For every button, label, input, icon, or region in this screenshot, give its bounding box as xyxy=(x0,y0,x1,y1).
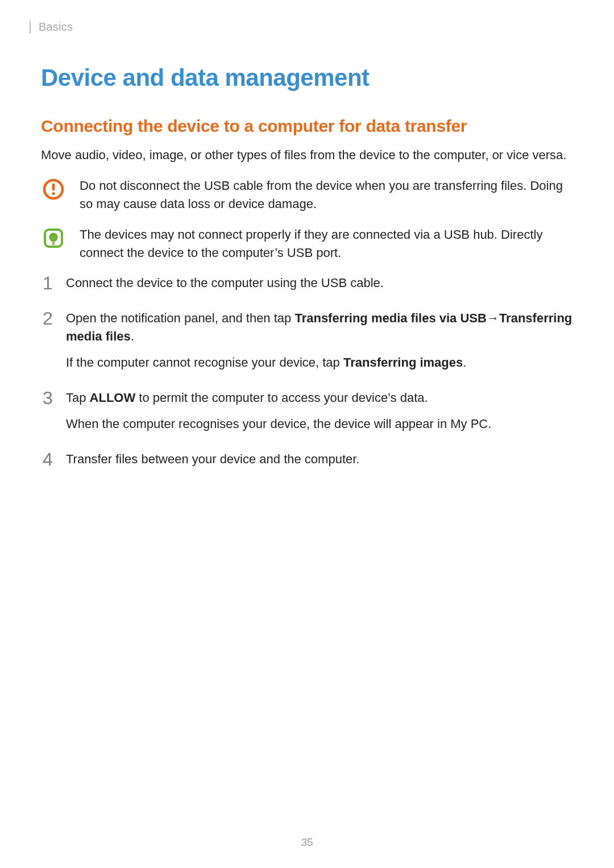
step-text: Open the notification panel, and then ta… xyxy=(66,311,294,325)
section-subtitle: Connecting the device to a computer for … xyxy=(41,117,573,136)
step-text: When the computer recognises your device… xyxy=(66,417,491,431)
svg-rect-1 xyxy=(52,183,55,190)
step-3: 3 Tap ALLOW to permit the computer to ac… xyxy=(41,389,573,433)
step-1: 1 Connect the device to the computer usi… xyxy=(41,274,573,292)
step-number: 2 xyxy=(41,309,55,327)
step-body: Tap ALLOW to permit the computer to acce… xyxy=(66,389,573,433)
step-4: 4 Transfer files between your device and… xyxy=(41,450,573,468)
breadcrumb: Basics xyxy=(39,20,73,34)
arrow-icon: → xyxy=(487,309,499,327)
step-number: 3 xyxy=(41,389,55,407)
step-bold: ALLOW xyxy=(90,391,136,405)
note-icon xyxy=(41,226,66,250)
svg-point-2 xyxy=(52,192,55,195)
step-text: If the computer cannot recognise your de… xyxy=(66,355,343,369)
step-body: Transfer files between your device and t… xyxy=(66,450,573,468)
svg-rect-5 xyxy=(52,244,55,245)
callout-note-text: The devices may not connect properly if … xyxy=(80,226,573,262)
step-body: Open the notification panel, and then ta… xyxy=(66,309,573,372)
step-2: 2 Open the notification panel, and then … xyxy=(41,309,573,372)
steps-list: 1 Connect the device to the computer usi… xyxy=(41,274,573,468)
breadcrumb-wrap: Basics xyxy=(41,20,573,34)
intro-paragraph: Move audio, video, image, or other types… xyxy=(41,146,573,164)
step-number: 4 xyxy=(41,450,55,468)
page-title: Device and data management xyxy=(41,64,573,92)
callout-warning-text: Do not disconnect the USB cable from the… xyxy=(80,177,573,213)
callout-warning: Do not disconnect the USB cable from the… xyxy=(41,177,573,213)
svg-rect-4 xyxy=(52,242,55,243)
step-text: to permit the computer to access your de… xyxy=(135,391,428,405)
step-text: Connect the device to the computer using… xyxy=(66,276,384,290)
step-bold: Transferring media files via USB xyxy=(294,311,486,325)
step-text: Tap xyxy=(66,391,90,405)
callout-note: The devices may not connect properly if … xyxy=(41,226,573,262)
breadcrumb-rule xyxy=(30,21,31,34)
step-text: . xyxy=(131,329,134,343)
step-text: Transfer files between your device and t… xyxy=(66,452,359,466)
step-text: . xyxy=(463,355,466,369)
step-body: Connect the device to the computer using… xyxy=(66,274,573,292)
step-bold: Transferring images xyxy=(343,355,463,369)
page-number: 35 xyxy=(0,836,614,849)
step-number: 1 xyxy=(41,274,55,292)
warning-icon xyxy=(41,177,66,201)
manual-page: Basics Device and data management Connec… xyxy=(0,0,614,868)
